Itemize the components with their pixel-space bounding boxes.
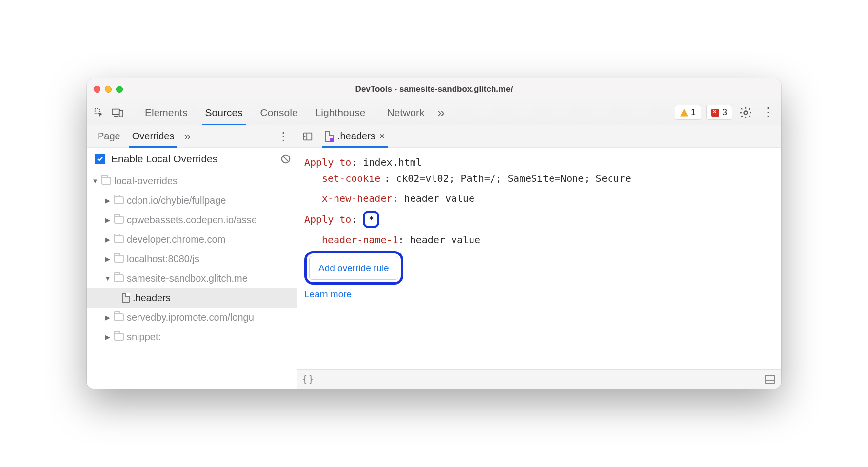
panel-tabs: Elements Sources Console Lighthouse Netw… xyxy=(136,100,449,125)
tab-elements[interactable]: Elements xyxy=(136,100,197,125)
tree-folder-root[interactable]: ▼ local-overrides xyxy=(87,171,297,191)
tab-network[interactable]: Network xyxy=(374,100,433,125)
folder-icon xyxy=(114,313,124,321)
highlight-annotation: * xyxy=(363,211,379,228)
editor-tab-headers[interactable]: .headers × xyxy=(321,125,389,147)
svg-rect-1 xyxy=(112,109,120,114)
header-value[interactable]: ck02=vl02; Path=/; SameSite=None; Secure xyxy=(396,171,631,187)
chevron-right-icon: ▶ xyxy=(104,197,111,204)
header-name[interactable]: set-cookie xyxy=(322,171,384,187)
enable-overrides-row: Enable Local Overrides xyxy=(87,148,297,170)
tab-network-label: Network xyxy=(387,107,424,118)
chevron-right-icon: ▶ xyxy=(104,216,111,224)
panel-body: Page Overrides » ⋮ Enable Local Override… xyxy=(87,125,781,389)
sidebar-tabs: Page Overrides » ⋮ xyxy=(87,125,297,148)
tree-folder[interactable]: ▶ developer.chrome.com xyxy=(87,230,297,249)
more-tabs-button[interactable]: » xyxy=(433,105,449,120)
errors-count[interactable]: 3 xyxy=(706,105,732,120)
header-name[interactable]: header-name-1 xyxy=(322,234,398,246)
chevron-right-icon: ▶ xyxy=(104,255,111,263)
learn-more-link[interactable]: Learn more xyxy=(304,287,352,302)
file-icon xyxy=(122,293,130,303)
devtools-window: DevTools - samesite-sandbox.glitch.me/ E… xyxy=(87,78,781,389)
svg-rect-2 xyxy=(119,110,123,117)
add-override-rule-button[interactable]: Add override rule xyxy=(309,256,398,280)
chevron-right-icon: ▶ xyxy=(104,314,111,321)
tree-item-label: snippet: xyxy=(127,331,161,343)
editor-area: .headers × Apply to: index.html set-cook… xyxy=(297,125,781,389)
sidebar-tab-overrides[interactable]: Overrides xyxy=(126,125,180,147)
clear-overrides-icon[interactable] xyxy=(280,154,291,164)
tab-lighthouse[interactable]: Lighthouse xyxy=(307,100,375,125)
tree-folder[interactable]: ▶ localhost:8080/js xyxy=(87,249,297,269)
settings-button[interactable] xyxy=(737,104,754,121)
tree-folder[interactable]: ▶ servedby.ipromote.com/longu xyxy=(87,308,297,327)
chevron-down-icon: ▼ xyxy=(104,275,111,282)
inspect-icon[interactable] xyxy=(91,104,107,121)
folder-icon xyxy=(114,274,124,282)
pretty-print-button[interactable]: { } xyxy=(303,373,313,385)
tree-item-label: localhost:8080/js xyxy=(127,253,199,265)
warnings-count-value: 1 xyxy=(691,107,696,117)
more-options-button[interactable]: ⋮ xyxy=(759,105,777,120)
headers-editor[interactable]: Apply to: index.html set-cookie : ck02=v… xyxy=(297,148,781,369)
tree-item-label: servedby.ipromote.com/longu xyxy=(127,312,254,323)
header-value[interactable]: header value xyxy=(404,193,475,204)
file-icon xyxy=(325,131,334,142)
highlight-annotation: Add override rule xyxy=(304,251,403,285)
editor-tab-label: .headers xyxy=(337,131,375,142)
folder-icon xyxy=(114,216,124,224)
editor-tabstrip: .headers × xyxy=(297,125,781,148)
device-toggle-icon[interactable] xyxy=(109,104,126,121)
tree-folder[interactable]: ▼ samesite-sandbox.glitch.me xyxy=(87,269,297,288)
sources-sidebar: Page Overrides » ⋮ Enable Local Override… xyxy=(87,125,297,389)
folder-icon xyxy=(114,235,124,243)
main-toolbar: Elements Sources Console Lighthouse Netw… xyxy=(87,100,781,125)
folder-icon xyxy=(101,177,111,185)
editor-statusbar: { } xyxy=(297,369,781,389)
close-tab-button[interactable]: × xyxy=(379,131,385,142)
sidebar-more-tabs[interactable]: » xyxy=(180,130,194,143)
apply-to-value[interactable]: index.html xyxy=(363,156,421,168)
tree-item-label: .headers xyxy=(133,292,171,304)
tree-item-label: developer.chrome.com xyxy=(127,234,225,245)
toggle-navigator-icon[interactable] xyxy=(302,131,313,142)
error-icon xyxy=(711,109,719,117)
titlebar: DevTools - samesite-sandbox.glitch.me/ xyxy=(87,78,781,100)
enable-overrides-checkbox[interactable] xyxy=(95,154,105,164)
tree-folder[interactable]: ▶ cdpn.io/chybie/fullpage xyxy=(87,191,297,210)
svg-point-3 xyxy=(744,111,748,114)
folder-icon xyxy=(114,255,124,263)
tab-console[interactable]: Console xyxy=(252,100,307,125)
file-tree: ▼ local-overrides ▶ cdpn.io/chybie/fullp… xyxy=(87,170,297,389)
warnings-count[interactable]: 1 xyxy=(675,105,701,120)
tree-folder[interactable]: ▶ snippet: xyxy=(87,327,297,347)
chevron-down-icon: ▼ xyxy=(92,177,99,185)
separator xyxy=(131,106,131,119)
warning-icon xyxy=(680,109,688,117)
apply-to-value[interactable]: * xyxy=(368,214,374,225)
show-drawer-icon[interactable] xyxy=(765,375,775,384)
tree-file-headers[interactable]: .headers xyxy=(87,288,297,308)
folder-icon xyxy=(114,333,124,341)
tree-item-label: local-overrides xyxy=(114,175,178,187)
chevron-right-icon: ▶ xyxy=(104,236,111,243)
tree-item-label: cdpn.io/chybie/fullpage xyxy=(127,195,226,206)
header-name[interactable]: x-new-header xyxy=(322,193,393,204)
tab-sources[interactable]: Sources xyxy=(197,100,252,125)
window-title: DevTools - samesite-sandbox.glitch.me/ xyxy=(87,84,781,94)
header-value[interactable]: header value xyxy=(410,234,481,246)
tree-item-label: samesite-sandbox.glitch.me xyxy=(127,273,248,284)
enable-overrides-label: Enable Local Overrides xyxy=(111,153,275,165)
sidebar-tab-page[interactable]: Page xyxy=(92,125,126,147)
sidebar-options-button[interactable]: ⋮ xyxy=(275,130,292,143)
tree-item-label: cpwebassets.codepen.io/asse xyxy=(127,214,257,226)
modified-dot-icon xyxy=(330,138,334,142)
errors-count-value: 3 xyxy=(722,107,727,117)
folder-icon xyxy=(114,196,124,204)
tree-folder[interactable]: ▶ cpwebassets.codepen.io/asse xyxy=(87,210,297,230)
chevron-right-icon: ▶ xyxy=(104,333,111,341)
